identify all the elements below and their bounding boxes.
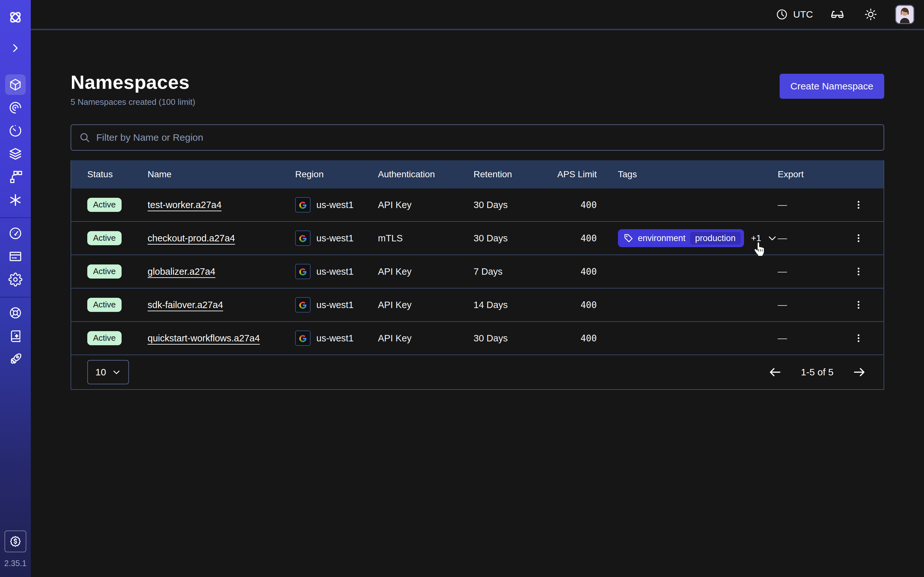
region-label: us-west1 bbox=[317, 333, 354, 343]
region-label: us-west1 bbox=[317, 300, 354, 310]
usage-dollar-badge-icon bbox=[9, 535, 22, 548]
tag-pill[interactable]: environment production bbox=[618, 229, 744, 247]
gcp-icon bbox=[295, 297, 310, 313]
namespace-link[interactable]: sdk-failover.a27a4 bbox=[148, 300, 223, 310]
theme-toggle-button[interactable] bbox=[862, 5, 880, 23]
filter-bar bbox=[71, 124, 884, 151]
sidebar-item-deployments[interactable] bbox=[5, 143, 26, 164]
settings-gear-icon bbox=[8, 272, 23, 287]
region-label: us-west1 bbox=[317, 266, 354, 277]
name-cell: globalizer.a27a4 bbox=[148, 266, 295, 277]
nexus-asterisk-icon bbox=[8, 193, 23, 207]
chevron-down-icon bbox=[112, 367, 121, 377]
namespace-link[interactable]: globalizer.a27a4 bbox=[148, 266, 215, 277]
sidebar-item-usage[interactable] bbox=[5, 223, 26, 243]
table-footer: 10 1-5 of 5 bbox=[71, 355, 884, 389]
table-row: Active sdk-failover.a27a4 us-west1 API K… bbox=[71, 288, 884, 322]
table-row: Active quickstart-workflows.a27a4 us-wes… bbox=[71, 322, 884, 355]
billing-card-icon bbox=[8, 250, 23, 263]
sidebar-item-support[interactable] bbox=[5, 303, 26, 323]
name-cell: checkout-prod.a27a4 bbox=[148, 233, 295, 243]
region-label: us-west1 bbox=[317, 200, 354, 210]
deployments-layers-icon bbox=[8, 147, 23, 161]
workflows-spiral-icon bbox=[8, 101, 23, 115]
col-authentication: Authentication bbox=[378, 169, 473, 179]
table-row: Active globalizer.a27a4 us-west1 API Key… bbox=[71, 255, 884, 288]
next-page-button[interactable] bbox=[851, 364, 867, 380]
timezone-selector[interactable]: UTC bbox=[776, 8, 813, 21]
auth-cell: API Key bbox=[378, 300, 473, 310]
namespace-link[interactable]: quickstart-workflows.a27a4 bbox=[148, 333, 260, 343]
sidebar-divider bbox=[0, 218, 31, 218]
page-title: Namespaces bbox=[71, 71, 195, 93]
status-badge: Active bbox=[87, 231, 121, 245]
name-cell: test-worker.a27a4 bbox=[148, 200, 295, 210]
previous-page-button[interactable] bbox=[767, 364, 783, 380]
sidebar-item-settings[interactable] bbox=[5, 269, 26, 290]
sidebar-expand-button[interactable] bbox=[6, 39, 25, 58]
status-cell: Active bbox=[87, 331, 148, 345]
right-column: UTC bbox=[31, 0, 924, 577]
sidebar-divider bbox=[0, 297, 31, 298]
row-actions-button[interactable] bbox=[850, 296, 867, 314]
sidebar-item-batch-operations[interactable] bbox=[5, 167, 26, 187]
gcp-icon bbox=[295, 264, 310, 279]
sidebar-item-workflows[interactable] bbox=[5, 97, 26, 118]
region-cell: us-west1 bbox=[295, 264, 378, 279]
sidebar-item-schedules[interactable] bbox=[5, 121, 26, 141]
retention-cell: 30 Days bbox=[473, 333, 547, 343]
sidebar-item-namespaces[interactable] bbox=[5, 74, 26, 95]
row-actions-button[interactable] bbox=[850, 196, 867, 214]
create-namespace-button[interactable]: Create Namespace bbox=[780, 74, 884, 99]
gcp-icon bbox=[295, 230, 310, 246]
table-row: Active checkout-prod.a27a4 us-west1 mTLS… bbox=[71, 222, 884, 255]
region-cell: us-west1 bbox=[295, 197, 378, 213]
aps-cell: 400 bbox=[547, 266, 597, 277]
page-size-select[interactable]: 10 bbox=[87, 360, 129, 384]
tag-icon bbox=[624, 234, 633, 243]
sidebar-item-docs[interactable] bbox=[5, 326, 26, 346]
sidebar-item-billing[interactable] bbox=[5, 246, 26, 267]
row-actions-button[interactable] bbox=[850, 229, 867, 247]
col-name: Name bbox=[148, 169, 295, 179]
avatar[interactable] bbox=[895, 5, 914, 24]
status-cell: Active bbox=[87, 298, 148, 311]
retention-cell: 14 Days bbox=[473, 300, 547, 310]
pagination: 1-5 of 5 bbox=[767, 364, 867, 380]
page-header: Namespaces 5 Namespaces created (100 lim… bbox=[71, 71, 884, 107]
region-label: us-west1 bbox=[317, 233, 354, 243]
status-badge: Active bbox=[87, 264, 121, 278]
kebab-menu-icon bbox=[853, 266, 864, 277]
filter-input[interactable] bbox=[96, 132, 876, 143]
namespace-link[interactable]: test-worker.a27a4 bbox=[148, 200, 222, 210]
status-badge: Active bbox=[87, 298, 121, 311]
support-lifebuoy-icon bbox=[9, 306, 22, 319]
docs-book-icon bbox=[9, 329, 22, 343]
tags-expand-button[interactable] bbox=[767, 233, 777, 243]
app-version: 2.35.1 bbox=[4, 559, 27, 568]
topbar: UTC bbox=[31, 0, 924, 30]
table-row: Active test-worker.a27a4 us-west1 API Ke… bbox=[71, 189, 884, 222]
aps-cell: 400 bbox=[547, 233, 597, 243]
glasses-icon bbox=[830, 7, 845, 21]
sidebar: 2.35.1 bbox=[0, 0, 31, 577]
auth-cell: API Key bbox=[378, 200, 473, 210]
namespaces-table: Status Name Region Authentication Retent… bbox=[71, 160, 884, 390]
kebab-menu-icon bbox=[853, 300, 864, 310]
row-actions-button[interactable] bbox=[850, 263, 867, 280]
col-aps-limit: APS Limit bbox=[547, 169, 597, 179]
aps-cell: 400 bbox=[547, 300, 597, 310]
kebab-menu-icon bbox=[853, 233, 864, 243]
row-actions-button[interactable] bbox=[850, 329, 867, 347]
aps-cell: 400 bbox=[547, 333, 597, 343]
batch-branch-icon bbox=[8, 170, 23, 184]
page-size-value: 10 bbox=[95, 367, 106, 378]
gcp-icon bbox=[295, 330, 310, 346]
labs-glasses-button[interactable] bbox=[829, 5, 846, 23]
usage-dollar-button[interactable] bbox=[5, 530, 26, 552]
namespace-link[interactable]: checkout-prod.a27a4 bbox=[148, 233, 235, 243]
status-badge: Active bbox=[87, 198, 121, 211]
sidebar-item-nexus[interactable] bbox=[5, 190, 26, 210]
usage-gauge-icon bbox=[8, 226, 23, 240]
sidebar-item-getting-started[interactable] bbox=[5, 349, 26, 369]
